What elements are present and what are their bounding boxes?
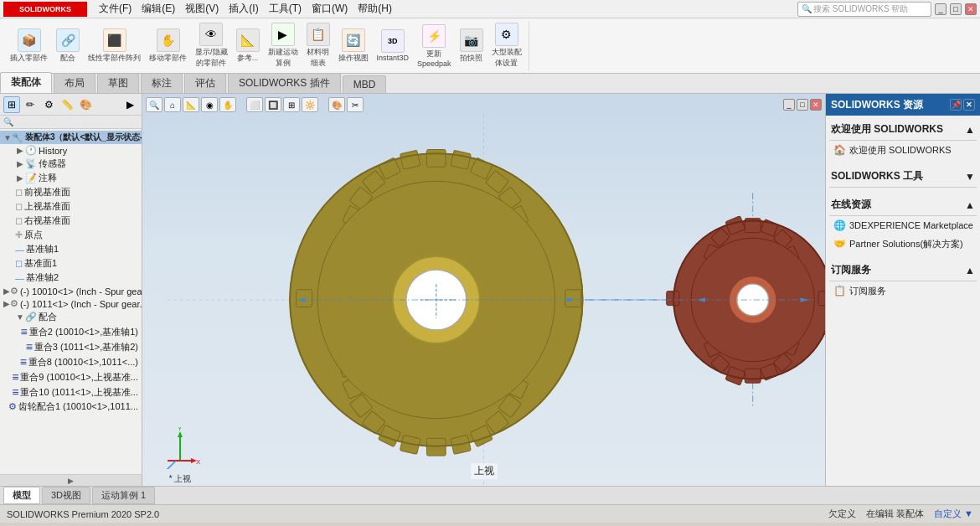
toolbar-btn-new-motion[interactable]: ▶ 新建运动算例 (265, 21, 302, 70)
menu-help[interactable]: 帮助(H) (353, 0, 397, 18)
tree-item-axis1[interactable]: — 基准轴1 (0, 242, 142, 256)
svg-text:Y: Y (178, 427, 183, 432)
tree-item-mate-2[interactable]: ≡ 重合2 (10010<1>,基准轴1) (0, 324, 142, 339)
right-panel-content: 欢迎使用 SOLIDWORKS ▲ 🏠 欢迎使用 SOLIDWORKS SOLI… (826, 116, 980, 486)
tab-assembly[interactable]: 装配体 (0, 72, 52, 93)
toolbar-btn-pattern[interactable]: ⬛ 线性零部件阵列 (85, 27, 144, 65)
menu-window[interactable]: 窗口(W) (307, 0, 353, 18)
tab-mbd[interactable]: MBD (343, 75, 387, 93)
viewport[interactable]: 🔍 ⌂ 📐 ◉ ✋ ⬜ 🔲 ⊞ 🔆 🎨 ✂ _ □ ✕ (142, 94, 825, 486)
panel-expand-bottom[interactable]: ▶ (0, 474, 142, 486)
search-bar[interactable]: 🔍 搜索 SOLIDWORKS 帮助 (797, 2, 931, 17)
tree-item-mates[interactable]: ▼ 🔗 配合 (0, 310, 142, 324)
rp-section-welcome-header[interactable]: 欢迎使用 SOLIDWORKS ▲ (829, 119, 977, 141)
toolbar-btn-reference[interactable]: 📐 参考... (233, 27, 263, 65)
svg-rect-16 (426, 438, 446, 456)
rp-item-subscription[interactable]: 📋 订阅服务 (829, 281, 977, 300)
toolbar-btn-mate[interactable]: 🔗 配合 (53, 27, 83, 65)
tree-item-mate-8[interactable]: ≡ 重合8 (10010<1>,1011<...) (0, 354, 142, 369)
vt-display3-btn[interactable]: ⊞ (283, 97, 300, 112)
close-button[interactable]: ✕ (965, 3, 977, 15)
vt-section-btn[interactable]: ✂ (347, 97, 364, 112)
toolbar-btn-large-assembly[interactable]: ⚙ 大型装配体设置 (488, 21, 525, 70)
menu-insert[interactable]: 插入(I) (224, 0, 263, 18)
tab-sketch[interactable]: 草图 (97, 73, 139, 93)
rp-item-home[interactable]: 🏠 欢迎使用 SOLIDWORKS (829, 141, 977, 159)
menu-file[interactable]: 文件(F) (94, 0, 137, 18)
svg-rect-53 (745, 369, 761, 383)
tree-root-item[interactable]: ▼ 🔧 装配体3（默认<默认_显示状态-1>) (0, 131, 142, 144)
vt-angle-btn[interactable]: 📐 (183, 97, 199, 112)
toolbar-group-main: 📦 插入零部件 🔗 配合 ⬛ 线性零部件阵列 ✋ 移动零部件 👁 显示/隐藏的零… (3, 21, 529, 71)
tree-item-front-plane[interactable]: ◻ 前视基准面 (0, 185, 142, 199)
toolbar: 📦 插入零部件 🔗 配合 ⬛ 线性零部件阵列 ✋ 移动零部件 👁 显示/隐藏的零… (0, 18, 980, 74)
tree-item-mate-3[interactable]: ≡ 重合3 (1011<1>,基准轴2) (0, 339, 142, 354)
tree-item-axis2[interactable]: — 基准轴2 (0, 271, 142, 285)
toolbar-btn-move[interactable]: ✋ 移动零部件 (146, 27, 190, 65)
subscription-icon: 📋 (833, 284, 846, 297)
dim-expert-icon[interactable]: 📏 (59, 96, 75, 113)
status-customize[interactable]: 自定义 ▼ (934, 508, 973, 520)
tree-item-sensors[interactable]: ▶ 📡 传感器 (0, 157, 142, 171)
viewport-close-btn[interactable]: ✕ (810, 99, 822, 111)
vt-display2-btn[interactable]: 🔲 (265, 97, 281, 112)
toolbar-btn-instant3d[interactable]: 3D Instant3D (374, 28, 413, 64)
toolbar-btn-update-speedpak[interactable]: ⚡ 更新Speedpak (414, 23, 455, 70)
feature-manager-icon[interactable]: ⊞ (3, 96, 20, 113)
vt-pan-btn[interactable]: ✋ (219, 97, 236, 112)
large-gear (290, 150, 583, 456)
tree-item-part-1011[interactable]: ▶ ⚙ (-) 1011<1> (Inch - Spur gear... (0, 297, 142, 310)
bottom-tab-motion[interactable]: 运动算例 1 (92, 487, 155, 504)
expand-panel-icon[interactable]: ▶ (121, 96, 138, 113)
tree-item-right-plane[interactable]: ◻ 右视基准面 (0, 214, 142, 228)
main-layout: ⊞ ✏ ⚙ 📏 🎨 ▶ 🔍 ▼ 🔧 装配体3（默认<默认_显示状态-1>) (0, 94, 980, 486)
tab-layout[interactable]: 布局 (54, 73, 95, 93)
tree-item-mate-9[interactable]: ≡ 重合9 (10010<1>,上视基准... (0, 369, 142, 384)
viewport-minimize-btn[interactable]: _ (783, 99, 795, 111)
menu-tools[interactable]: 工具(T) (264, 0, 307, 18)
menu-view[interactable]: 视图(V) (180, 0, 224, 18)
bottom-tab-model[interactable]: 模型 (3, 487, 40, 504)
tree-item-mate-10[interactable]: ≡ 重合10 (1011<1>,上视基准... (0, 384, 142, 400)
tab-markup[interactable]: 标注 (141, 73, 183, 93)
display-manager-icon[interactable]: 🎨 (77, 96, 94, 113)
tree-item-plane1[interactable]: ◻ 基准面1 (0, 256, 142, 271)
vt-display4-btn[interactable]: 🔆 (302, 97, 318, 112)
config-manager-icon[interactable]: ⚙ (40, 96, 57, 113)
rp-item-3dexperience[interactable]: 🌐 3DEXPERIENCE Marketplace (829, 216, 977, 235)
rp-section-sw-tools-header[interactable]: SOLIDWORKS 工具 ▼ (829, 166, 977, 188)
vt-rotate-btn[interactable]: ◉ (201, 97, 218, 112)
minimize-button[interactable]: _ (935, 3, 946, 15)
rp-section-subscription-header[interactable]: 订阅服务 ▲ (829, 260, 977, 281)
tree-item-gear-mate[interactable]: ⚙ 齿轮配合1 (10010<1>,1011... (0, 400, 142, 414)
tree-item-history[interactable]: ▶ 🕐 History (0, 144, 142, 157)
status-product-version: SOLIDWORKS Premium 2020 SP2.0 (7, 509, 159, 519)
rp-dock-btn[interactable]: 📌 (950, 99, 962, 111)
vt-home-btn[interactable]: ⌂ (164, 97, 181, 112)
vt-zoom-btn[interactable]: 🔍 (146, 97, 162, 112)
tree-item-part-10010[interactable]: ▶ ⚙ (-) 10010<1> (Inch - Spur gear (0, 285, 142, 297)
menu-edit[interactable]: 编辑(E) (137, 0, 180, 18)
bottom-tab-3d-view[interactable]: 3D视图 (42, 487, 90, 504)
toolbar-btn-insert-component[interactable]: 📦 插入零部件 (7, 27, 51, 65)
vt-color-btn[interactable]: 🎨 (328, 97, 345, 112)
rp-close-btn[interactable]: ✕ (963, 99, 975, 111)
toolbar-btn-snapshot[interactable]: 📷 拍快照 (456, 27, 487, 65)
viewport-maximize-btn[interactable]: □ (797, 99, 808, 111)
tree-item-annotations[interactable]: ▶ 📝 注释 (0, 171, 142, 185)
tree-item-origin[interactable]: ✚ 原点 (0, 228, 142, 242)
property-manager-icon[interactable]: ✏ (22, 96, 39, 113)
tab-evaluate[interactable]: 评估 (184, 73, 226, 93)
vt-display1-btn[interactable]: ⬜ (246, 97, 263, 112)
rp-item-partner-solutions[interactable]: 🤝 Partner Solutions(解决方案) (829, 235, 977, 253)
toolbar-btn-show-hide[interactable]: 👁 显示/隐藏的零部件 (192, 21, 231, 70)
tab-sw-plugins[interactable]: SOLIDWORKS 插件 (228, 73, 341, 93)
svg-line-73 (166, 461, 176, 469)
maximize-button[interactable]: □ (950, 3, 962, 15)
feature-tree[interactable]: ▼ 🔧 装配体3（默认<默认_显示状态-1>) ▶ 🕐 History ▶ 📡 … (0, 129, 142, 474)
toolbar-btn-bom[interactable]: 📋 材料明细表 (303, 21, 333, 70)
toolbar-btn-view-ops[interactable]: 🔄 操作视图 (335, 27, 372, 65)
rp-section-sw-tools: SOLIDWORKS 工具 ▼ (829, 166, 977, 188)
rp-section-online-header[interactable]: 在线资源 ▲ (829, 194, 977, 216)
tree-item-top-plane[interactable]: ◻ 上视基准面 (0, 199, 142, 214)
